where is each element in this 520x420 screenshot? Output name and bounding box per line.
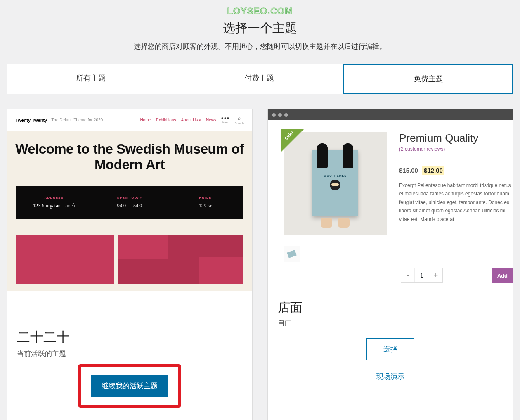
nav-news: News <box>206 118 216 122</box>
old-price: $15.00 <box>399 167 418 174</box>
quantity-stepper[interactable]: - 1 + <box>401 268 443 283</box>
qty-minus-button[interactable]: - <box>401 268 414 282</box>
page-header: 选择一个主题 选择您的商店对顾客的外观。不用担心，您随时可以切换主题并在以后进行… <box>0 20 520 51</box>
theme-title: 店面 <box>278 299 503 316</box>
page-title: 选择一个主题 <box>0 20 520 37</box>
new-price: $12.00 <box>422 166 444 175</box>
theme-cards: Twenty Twenty The Default Theme for 2020… <box>0 94 520 420</box>
theme-card-body: 二十二十 当前活跃的主题 继续我的活跃主题 <box>7 291 252 420</box>
preview-hero-title: Welcome to the Swedish Museum of Modern … <box>15 141 244 173</box>
product-thumb <box>284 246 300 262</box>
highlight-annotation: 继续我的活跃主题 <box>78 364 181 408</box>
page-subtitle: 选择您的商店对顾客的外观。不用担心，您随时可以切换主题并在以后进行编辑。 <box>0 42 520 51</box>
nav-home: Home <box>140 118 151 122</box>
sale-badge <box>281 129 304 152</box>
tab-free-themes[interactable]: 免费主题 <box>343 64 513 94</box>
preview-hero: Welcome to the Swedish Museum of Modern … <box>7 131 252 178</box>
qty-plus-button[interactable]: + <box>429 268 442 282</box>
theme-title: 二十二十 <box>17 328 242 346</box>
product-reviews: (2 customer reviews) <box>399 146 513 152</box>
product-price: $15.00 $12.00 <box>399 167 513 174</box>
theme-card-storefront: Premium Quality (2 customer reviews) $15… <box>267 109 513 420</box>
preview-brand: Twenty Twenty <box>15 118 47 123</box>
address-value: 123 Storgatan, Umeå <box>16 203 92 209</box>
tabs: 所有主题 付费主题 免费主题 <box>7 64 513 94</box>
price-label: PRICE <box>168 196 243 199</box>
theme-preview: Twenty Twenty The Default Theme for 2020… <box>7 109 252 291</box>
continue-active-theme-button[interactable]: 继续我的活跃主题 <box>91 375 168 397</box>
tab-paid-themes[interactable]: 付费主题 <box>175 64 344 94</box>
product-title: Premium Quality <box>399 132 513 145</box>
tab-all-themes[interactable]: 所有主题 <box>7 64 175 94</box>
address-label: ADDRESS <box>16 196 92 199</box>
preview-nav: Home Exhibitions About Us News •••Menu ⌕… <box>140 115 244 125</box>
theme-preview: Premium Quality (2 customer reviews) $15… <box>268 109 513 291</box>
nav-exhibitions: Exhibitions <box>156 118 176 122</box>
search-icon: ⌕Search <box>235 115 244 125</box>
theme-subtitle: 自由 <box>278 318 503 327</box>
preview-header: Twenty Twenty The Default Theme for 2020… <box>7 109 252 131</box>
add-to-wishlist[interactable]: Add to wishlist <box>401 289 513 291</box>
product-image <box>284 132 387 235</box>
open-value: 9:00 — 5:00 <box>92 203 167 209</box>
preview-graphic <box>7 235 252 284</box>
qty-value: 1 <box>414 268 429 282</box>
preview-tagline: The Default Theme for 2020 <box>51 118 103 122</box>
live-demo-link[interactable]: 现场演示 <box>278 372 503 381</box>
product-excerpt: Excerpt Pellentesque habitant morbi tris… <box>399 181 513 223</box>
browser-bar <box>268 109 513 120</box>
price-value: 129 kr <box>168 203 243 209</box>
add-to-cart-button[interactable]: Add <box>492 268 513 283</box>
watermark: LOYSEO.COM <box>0 0 520 17</box>
menu-icon: •••Menu <box>221 116 230 124</box>
preview-info-bar: ADDRESS 123 Storgatan, Umeå OPEN TODAY 9… <box>16 186 243 219</box>
theme-card-twenty-twenty: Twenty Twenty The Default Theme for 2020… <box>7 109 253 420</box>
theme-subtitle: 当前活跃的主题 <box>17 349 242 358</box>
theme-card-body: 店面 自由 选择 现场演示 <box>268 291 513 394</box>
open-label: OPEN TODAY <box>92 196 167 199</box>
nav-about: About Us <box>181 118 201 122</box>
select-theme-button[interactable]: 选择 <box>366 338 414 360</box>
